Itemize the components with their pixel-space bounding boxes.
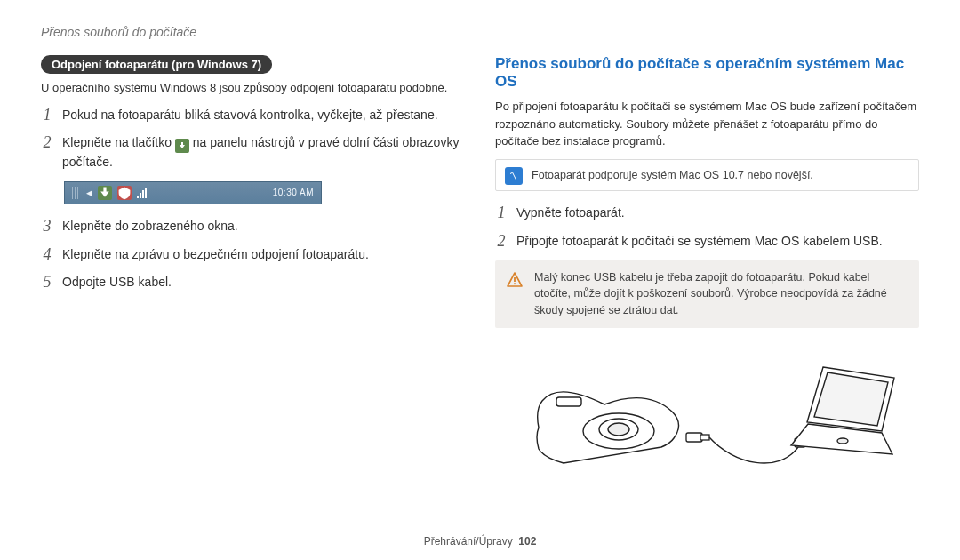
safely-remove-icon xyxy=(175,139,189,153)
svg-rect-0 xyxy=(514,277,516,282)
step-number: 2 xyxy=(41,133,53,153)
right-intro: Po připojení fotoaparátu k počítači se s… xyxy=(495,98,919,150)
page-header: Přenos souborů do počítače xyxy=(41,25,919,39)
svg-rect-7 xyxy=(700,435,709,440)
step-text: Odpojte USB kabel. xyxy=(62,273,465,292)
step-text: Klepněte na tlačítko na panelu nástrojů … xyxy=(62,133,465,172)
step-text: Pokud na fotoaparátu bliká stavová kontr… xyxy=(62,106,465,125)
step-number: 2 xyxy=(495,232,508,252)
svg-rect-5 xyxy=(556,397,581,406)
step-text: Klepněte na zprávu o bezpečném odpojení … xyxy=(62,245,465,265)
note-box: Fotoaparát podporuje systém Mac OS 10.7 … xyxy=(495,159,919,192)
left-steps-cont: 3 Klepněte do zobrazeného okna. 4 Klepně… xyxy=(41,217,465,292)
left-steps: 1 Pokud na fotoaparátu bliká stavová kon… xyxy=(41,106,465,172)
svg-rect-6 xyxy=(686,433,702,442)
right-section-title: Přenos souborů do počítače s operačním s… xyxy=(495,55,919,91)
network-bars-icon xyxy=(137,188,147,198)
right-steps: 1 Vypněte fotoaparát. 2 Připojte fotoapa… xyxy=(495,204,919,251)
step-text: Připojte fotoaparát k počítači se systém… xyxy=(516,232,919,252)
page-footer: Přehrávání/Úpravy 102 xyxy=(0,535,960,548)
step-number: 1 xyxy=(495,204,508,223)
tray-shield-icon xyxy=(117,186,132,200)
left-intro: U operačního systému Windows 8 jsou způs… xyxy=(41,79,465,97)
taskbar-grip xyxy=(72,187,79,199)
warning-text: Malý konec USB kabelu je třeba zapojit d… xyxy=(534,271,887,317)
step-text-part: Klepněte na tlačítko xyxy=(62,135,175,149)
step-number: 3 xyxy=(41,217,53,236)
camera-to-laptop-illustration xyxy=(495,340,919,483)
section-badge: Odpojení fotoaparátu (pro Windows 7) xyxy=(41,55,272,74)
warning-icon xyxy=(506,271,524,289)
step-text: Klepněte do zobrazeného okna. xyxy=(62,217,465,236)
windows-taskbar-illustration: ◀ 10:30 AM xyxy=(64,181,322,204)
step-text: Vypněte fotoaparát. xyxy=(516,204,919,223)
step-number: 5 xyxy=(41,273,53,292)
warning-box: Malý konec USB kabelu je třeba zapojit d… xyxy=(495,260,919,328)
svg-rect-1 xyxy=(514,283,516,284)
note-text: Fotoaparát podporuje systém Mac OS 10.7 … xyxy=(532,169,813,181)
svg-point-10 xyxy=(837,438,848,444)
left-column: Odpojení fotoaparátu (pro Windows 7) U o… xyxy=(41,55,465,483)
step-number: 1 xyxy=(41,106,53,125)
right-column: Přenos souborů do počítače s operačním s… xyxy=(495,55,919,483)
safely-remove-tray-icon xyxy=(98,186,112,200)
page-number: 102 xyxy=(518,535,536,548)
footer-section: Přehrávání/Úpravy xyxy=(424,535,513,548)
svg-point-4 xyxy=(608,423,629,436)
note-icon xyxy=(505,167,523,185)
tray-chevron-left-icon: ◀ xyxy=(86,188,92,197)
taskbar-clock: 10:30 AM xyxy=(273,188,314,197)
step-number: 4 xyxy=(41,245,53,265)
